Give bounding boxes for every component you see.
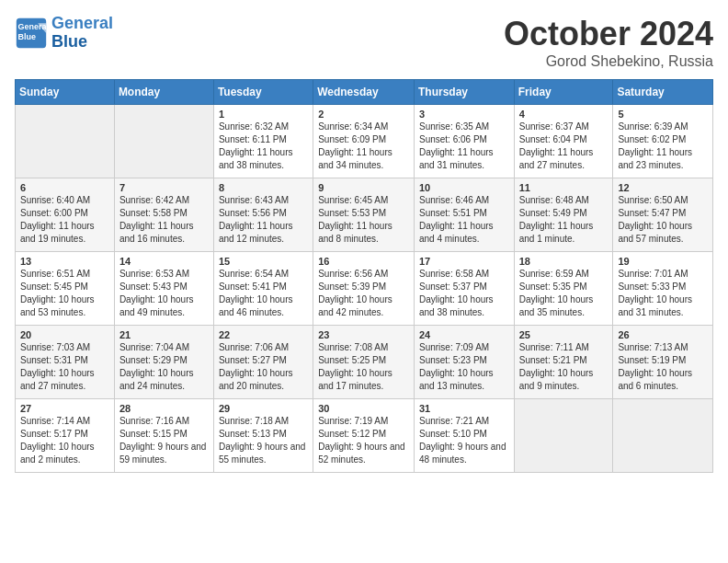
- calendar-cell: 17Sunrise: 6:58 AM Sunset: 5:37 PM Dayli…: [414, 252, 514, 326]
- day-number: 27: [20, 403, 109, 414]
- day-number: 21: [119, 329, 209, 340]
- weekday-header-cell: Monday: [114, 80, 213, 105]
- calendar-cell: 13Sunrise: 6:51 AM Sunset: 5:45 PM Dayli…: [16, 252, 115, 326]
- calendar-cell: 28Sunrise: 7:16 AM Sunset: 5:15 PM Dayli…: [114, 399, 213, 473]
- calendar-cell: 19Sunrise: 7:01 AM Sunset: 5:33 PM Dayli…: [613, 252, 713, 326]
- day-number: 4: [519, 109, 609, 120]
- day-info: Sunrise: 6:43 AM Sunset: 5:56 PM Dayligh…: [219, 194, 308, 246]
- day-info: Sunrise: 7:21 AM Sunset: 5:10 PM Dayligh…: [419, 415, 509, 466]
- title-block: October 2024 Gorod Shebekino, Russia: [504, 15, 713, 70]
- day-number: 23: [318, 329, 409, 340]
- day-number: 15: [219, 256, 308, 267]
- calendar-week-row: 13Sunrise: 6:51 AM Sunset: 5:45 PM Dayli…: [16, 252, 713, 326]
- day-info: Sunrise: 6:46 AM Sunset: 5:51 PM Dayligh…: [419, 194, 509, 246]
- day-number: 22: [219, 329, 308, 340]
- calendar-cell: 12Sunrise: 6:50 AM Sunset: 5:47 PM Dayli…: [613, 178, 713, 252]
- month-title: October 2024: [504, 15, 713, 53]
- calendar-cell: 27Sunrise: 7:14 AM Sunset: 5:17 PM Dayli…: [16, 399, 115, 473]
- weekday-header-cell: Tuesday: [213, 80, 313, 105]
- day-info: Sunrise: 6:45 AM Sunset: 5:53 PM Dayligh…: [318, 194, 409, 246]
- calendar-cell: 22Sunrise: 7:06 AM Sunset: 5:27 PM Dayli…: [213, 326, 313, 399]
- day-info: Sunrise: 6:59 AM Sunset: 5:35 PM Dayligh…: [519, 268, 609, 319]
- day-info: Sunrise: 6:54 AM Sunset: 5:41 PM Dayligh…: [219, 268, 308, 319]
- svg-text:Blue: Blue: [18, 32, 37, 41]
- calendar-week-row: 1Sunrise: 6:32 AM Sunset: 6:11 PM Daylig…: [16, 105, 713, 178]
- day-info: Sunrise: 6:34 AM Sunset: 6:09 PM Dayligh…: [318, 121, 409, 172]
- day-number: 2: [318, 109, 409, 120]
- day-info: Sunrise: 7:01 AM Sunset: 5:33 PM Dayligh…: [618, 268, 708, 319]
- day-number: 18: [519, 256, 609, 267]
- day-number: 9: [318, 182, 409, 193]
- calendar-cell: 29Sunrise: 7:18 AM Sunset: 5:13 PM Dayli…: [213, 399, 313, 473]
- day-number: 28: [119, 403, 209, 414]
- calendar-week-row: 27Sunrise: 7:14 AM Sunset: 5:17 PM Dayli…: [16, 399, 713, 473]
- calendar-cell: 11Sunrise: 6:48 AM Sunset: 5:49 PM Dayli…: [514, 178, 613, 252]
- calendar-cell: 23Sunrise: 7:08 AM Sunset: 5:25 PM Dayli…: [313, 326, 415, 399]
- day-number: 6: [20, 182, 109, 193]
- day-info: Sunrise: 6:51 AM Sunset: 5:45 PM Dayligh…: [20, 268, 109, 319]
- calendar-cell: [514, 399, 613, 473]
- calendar-cell: 24Sunrise: 7:09 AM Sunset: 5:23 PM Dayli…: [414, 326, 514, 399]
- weekday-header-cell: Thursday: [414, 80, 514, 105]
- calendar-table: SundayMondayTuesdayWednesdayThursdayFrid…: [15, 79, 713, 473]
- day-number: 17: [419, 256, 509, 267]
- calendar-cell: 10Sunrise: 6:46 AM Sunset: 5:51 PM Dayli…: [414, 178, 514, 252]
- calendar-cell: 8Sunrise: 6:43 AM Sunset: 5:56 PM Daylig…: [213, 178, 313, 252]
- logo-icon: General Blue: [15, 17, 48, 50]
- day-info: Sunrise: 7:16 AM Sunset: 5:15 PM Dayligh…: [119, 415, 209, 466]
- day-number: 5: [618, 109, 708, 120]
- calendar-body: 1Sunrise: 6:32 AM Sunset: 6:11 PM Daylig…: [16, 105, 713, 473]
- weekday-header-row: SundayMondayTuesdayWednesdayThursdayFrid…: [16, 80, 713, 105]
- logo-text: GeneralBlue: [51, 15, 113, 52]
- location-title: Gorod Shebekino, Russia: [504, 53, 713, 70]
- day-number: 12: [618, 182, 708, 193]
- day-number: 26: [618, 329, 708, 340]
- calendar-week-row: 6Sunrise: 6:40 AM Sunset: 6:00 PM Daylig…: [16, 178, 713, 252]
- day-number: 30: [318, 403, 409, 414]
- day-info: Sunrise: 6:50 AM Sunset: 5:47 PM Dayligh…: [618, 194, 708, 246]
- day-number: 19: [618, 256, 708, 267]
- day-number: 11: [519, 182, 609, 193]
- calendar-cell: 31Sunrise: 7:21 AM Sunset: 5:10 PM Dayli…: [414, 399, 514, 473]
- calendar-cell: 20Sunrise: 7:03 AM Sunset: 5:31 PM Dayli…: [16, 326, 115, 399]
- day-number: 10: [419, 182, 509, 193]
- calendar-cell: [16, 105, 115, 178]
- calendar-cell: 1Sunrise: 6:32 AM Sunset: 6:11 PM Daylig…: [213, 105, 313, 178]
- calendar-cell: 2Sunrise: 6:34 AM Sunset: 6:09 PM Daylig…: [313, 105, 415, 178]
- weekday-header-cell: Saturday: [613, 80, 713, 105]
- day-number: 8: [219, 182, 308, 193]
- day-number: 14: [119, 256, 209, 267]
- day-info: Sunrise: 6:37 AM Sunset: 6:04 PM Dayligh…: [519, 121, 609, 172]
- day-info: Sunrise: 6:32 AM Sunset: 6:11 PM Dayligh…: [219, 121, 308, 172]
- logo: General Blue GeneralBlue: [15, 15, 113, 52]
- calendar-cell: 9Sunrise: 6:45 AM Sunset: 5:53 PM Daylig…: [313, 178, 415, 252]
- page-header: General Blue GeneralBlue October 2024 Go…: [15, 15, 713, 70]
- calendar-cell: 3Sunrise: 6:35 AM Sunset: 6:06 PM Daylig…: [414, 105, 514, 178]
- day-info: Sunrise: 7:06 AM Sunset: 5:27 PM Dayligh…: [219, 341, 308, 393]
- day-info: Sunrise: 7:04 AM Sunset: 5:29 PM Dayligh…: [119, 341, 209, 393]
- calendar-cell: 18Sunrise: 6:59 AM Sunset: 5:35 PM Dayli…: [514, 252, 613, 326]
- day-number: 25: [519, 329, 609, 340]
- day-info: Sunrise: 7:13 AM Sunset: 5:19 PM Dayligh…: [618, 341, 708, 393]
- day-info: Sunrise: 6:58 AM Sunset: 5:37 PM Dayligh…: [419, 268, 509, 319]
- calendar-cell: 26Sunrise: 7:13 AM Sunset: 5:19 PM Dayli…: [613, 326, 713, 399]
- calendar-cell: 21Sunrise: 7:04 AM Sunset: 5:29 PM Dayli…: [114, 326, 213, 399]
- day-info: Sunrise: 6:56 AM Sunset: 5:39 PM Dayligh…: [318, 268, 409, 319]
- day-number: 24: [419, 329, 509, 340]
- day-info: Sunrise: 6:35 AM Sunset: 6:06 PM Dayligh…: [419, 121, 509, 172]
- calendar-week-row: 20Sunrise: 7:03 AM Sunset: 5:31 PM Dayli…: [16, 326, 713, 399]
- day-number: 1: [219, 109, 308, 120]
- day-info: Sunrise: 6:40 AM Sunset: 6:00 PM Dayligh…: [20, 194, 109, 246]
- calendar-cell: 30Sunrise: 7:19 AM Sunset: 5:12 PM Dayli…: [313, 399, 415, 473]
- day-number: 29: [219, 403, 308, 414]
- day-info: Sunrise: 7:19 AM Sunset: 5:12 PM Dayligh…: [318, 415, 409, 466]
- day-number: 13: [20, 256, 109, 267]
- calendar-cell: 16Sunrise: 6:56 AM Sunset: 5:39 PM Dayli…: [313, 252, 415, 326]
- day-number: 16: [318, 256, 409, 267]
- calendar-cell: 25Sunrise: 7:11 AM Sunset: 5:21 PM Dayli…: [514, 326, 613, 399]
- day-number: 31: [419, 403, 509, 414]
- calendar-cell: 5Sunrise: 6:39 AM Sunset: 6:02 PM Daylig…: [613, 105, 713, 178]
- day-info: Sunrise: 7:09 AM Sunset: 5:23 PM Dayligh…: [419, 341, 509, 393]
- day-info: Sunrise: 7:03 AM Sunset: 5:31 PM Dayligh…: [20, 341, 109, 393]
- day-info: Sunrise: 6:42 AM Sunset: 5:58 PM Dayligh…: [119, 194, 209, 246]
